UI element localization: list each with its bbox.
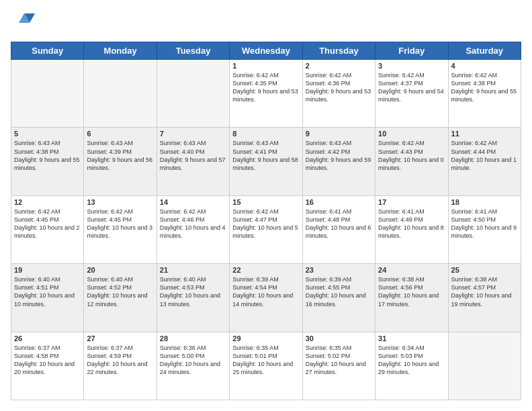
table-row: 24Sunrise: 6:38 AM Sunset: 4:56 PM Dayli… [375, 264, 448, 332]
calendar-week-row: 19Sunrise: 6:40 AM Sunset: 4:51 PM Dayli… [11, 264, 521, 332]
day-number: 31 [378, 334, 445, 342]
day-info: Sunrise: 6:41 AM Sunset: 4:49 PM Dayligh… [378, 208, 445, 240]
table-row: 10Sunrise: 6:42 AM Sunset: 4:43 PM Dayli… [375, 128, 448, 195]
day-number: 6 [87, 130, 153, 138]
day-info: Sunrise: 6:42 AM Sunset: 4:45 PM Dayligh… [87, 208, 153, 240]
table-row [84, 60, 157, 128]
header-thursday: Thursday [302, 42, 375, 60]
day-number: 23 [306, 266, 372, 274]
table-row: 2Sunrise: 6:42 AM Sunset: 4:36 PM Daylig… [302, 60, 375, 128]
day-number: 22 [232, 266, 299, 274]
day-number: 26 [14, 334, 81, 342]
day-info: Sunrise: 6:37 AM Sunset: 4:59 PM Dayligh… [87, 344, 153, 377]
day-number: 1 [232, 62, 299, 70]
calendar-week-row: 26Sunrise: 6:37 AM Sunset: 4:58 PM Dayli… [11, 332, 521, 400]
day-info: Sunrise: 6:36 AM Sunset: 5:00 PM Dayligh… [160, 344, 226, 377]
table-row: 21Sunrise: 6:40 AM Sunset: 4:53 PM Dayli… [157, 264, 229, 332]
day-info: Sunrise: 6:38 AM Sunset: 4:57 PM Dayligh… [451, 275, 518, 308]
day-info: Sunrise: 6:40 AM Sunset: 4:51 PM Dayligh… [14, 275, 81, 308]
calendar-week-row: 12Sunrise: 6:42 AM Sunset: 4:45 PM Dayli… [11, 195, 521, 263]
table-row [448, 332, 521, 400]
day-info: Sunrise: 6:42 AM Sunset: 4:38 PM Dayligh… [451, 71, 518, 104]
day-info: Sunrise: 6:35 AM Sunset: 5:01 PM Dayligh… [232, 344, 299, 377]
table-row: 1Sunrise: 6:42 AM Sunset: 4:35 PM Daylig… [230, 60, 302, 128]
day-info: Sunrise: 6:42 AM Sunset: 4:36 PM Dayligh… [306, 71, 372, 104]
day-info: Sunrise: 6:43 AM Sunset: 4:42 PM Dayligh… [306, 139, 372, 172]
calendar-table: Sunday Monday Tuesday Wednesday Thursday… [11, 42, 521, 400]
day-info: Sunrise: 6:39 AM Sunset: 4:55 PM Dayligh… [306, 275, 372, 308]
logo-icon [11, 11, 35, 35]
day-info: Sunrise: 6:42 AM Sunset: 4:37 PM Dayligh… [378, 71, 445, 104]
table-row: 16Sunrise: 6:41 AM Sunset: 4:48 PM Dayli… [302, 195, 375, 263]
table-row: 30Sunrise: 6:35 AM Sunset: 5:02 PM Dayli… [302, 332, 375, 400]
day-info: Sunrise: 6:42 AM Sunset: 4:45 PM Dayligh… [14, 208, 81, 240]
day-number: 11 [451, 130, 518, 138]
table-row [11, 60, 84, 128]
table-row: 15Sunrise: 6:42 AM Sunset: 4:47 PM Dayli… [230, 195, 302, 263]
day-info: Sunrise: 6:42 AM Sunset: 4:47 PM Dayligh… [232, 208, 299, 240]
table-row: 17Sunrise: 6:41 AM Sunset: 4:49 PM Dayli… [375, 195, 448, 263]
table-row: 4Sunrise: 6:42 AM Sunset: 4:38 PM Daylig… [448, 60, 521, 128]
page: Sunday Monday Tuesday Wednesday Thursday… [0, 0, 532, 411]
day-number: 10 [378, 130, 445, 138]
header-monday: Monday [84, 42, 157, 60]
day-info: Sunrise: 6:34 AM Sunset: 5:03 PM Dayligh… [378, 344, 445, 377]
table-row: 3Sunrise: 6:42 AM Sunset: 4:37 PM Daylig… [375, 60, 448, 128]
table-row: 12Sunrise: 6:42 AM Sunset: 4:45 PM Dayli… [11, 195, 84, 263]
header-saturday: Saturday [448, 42, 521, 60]
day-number: 21 [160, 266, 226, 274]
day-number: 20 [87, 266, 153, 274]
table-row: 26Sunrise: 6:37 AM Sunset: 4:58 PM Dayli… [11, 332, 84, 400]
day-number: 17 [378, 198, 445, 206]
day-number: 24 [378, 266, 445, 274]
calendar-week-row: 5Sunrise: 6:43 AM Sunset: 4:38 PM Daylig… [11, 128, 521, 195]
day-number: 29 [232, 334, 299, 342]
day-info: Sunrise: 6:40 AM Sunset: 4:53 PM Dayligh… [160, 275, 226, 308]
header-tuesday: Tuesday [157, 42, 229, 60]
table-row: 20Sunrise: 6:40 AM Sunset: 4:52 PM Dayli… [84, 264, 157, 332]
day-number: 14 [160, 198, 226, 206]
day-info: Sunrise: 6:43 AM Sunset: 4:40 PM Dayligh… [160, 139, 226, 172]
table-row: 23Sunrise: 6:39 AM Sunset: 4:55 PM Dayli… [302, 264, 375, 332]
day-info: Sunrise: 6:37 AM Sunset: 4:58 PM Dayligh… [14, 344, 81, 377]
day-info: Sunrise: 6:43 AM Sunset: 4:39 PM Dayligh… [87, 139, 153, 172]
table-row: 7Sunrise: 6:43 AM Sunset: 4:40 PM Daylig… [157, 128, 229, 195]
day-number: 5 [14, 130, 81, 138]
table-row: 11Sunrise: 6:42 AM Sunset: 4:44 PM Dayli… [448, 128, 521, 195]
header-sunday: Sunday [11, 42, 84, 60]
day-number: 7 [160, 130, 226, 138]
day-info: Sunrise: 6:43 AM Sunset: 4:38 PM Dayligh… [14, 139, 81, 172]
day-info: Sunrise: 6:35 AM Sunset: 5:02 PM Dayligh… [306, 344, 372, 377]
weekday-header-row: Sunday Monday Tuesday Wednesday Thursday… [11, 42, 521, 60]
day-number: 3 [378, 62, 445, 70]
day-number: 18 [451, 198, 518, 206]
day-number: 30 [306, 334, 372, 342]
table-row: 9Sunrise: 6:43 AM Sunset: 4:42 PM Daylig… [302, 128, 375, 195]
day-number: 9 [306, 130, 372, 138]
day-number: 8 [232, 130, 299, 138]
day-info: Sunrise: 6:38 AM Sunset: 4:56 PM Dayligh… [378, 275, 445, 308]
table-row: 28Sunrise: 6:36 AM Sunset: 5:00 PM Dayli… [157, 332, 229, 400]
day-number: 25 [451, 266, 518, 274]
day-number: 4 [451, 62, 518, 70]
day-info: Sunrise: 6:43 AM Sunset: 4:41 PM Dayligh… [232, 139, 299, 172]
table-row: 8Sunrise: 6:43 AM Sunset: 4:41 PM Daylig… [230, 128, 302, 195]
table-row: 29Sunrise: 6:35 AM Sunset: 5:01 PM Dayli… [230, 332, 302, 400]
header [11, 11, 521, 35]
table-row: 27Sunrise: 6:37 AM Sunset: 4:59 PM Dayli… [84, 332, 157, 400]
day-info: Sunrise: 6:42 AM Sunset: 4:43 PM Dayligh… [378, 139, 445, 172]
day-number: 12 [14, 198, 81, 206]
day-info: Sunrise: 6:39 AM Sunset: 4:54 PM Dayligh… [232, 275, 299, 308]
table-row: 13Sunrise: 6:42 AM Sunset: 4:45 PM Dayli… [84, 195, 157, 263]
table-row: 25Sunrise: 6:38 AM Sunset: 4:57 PM Dayli… [448, 264, 521, 332]
table-row: 5Sunrise: 6:43 AM Sunset: 4:38 PM Daylig… [11, 128, 84, 195]
day-number: 15 [232, 198, 299, 206]
table-row: 14Sunrise: 6:42 AM Sunset: 4:46 PM Dayli… [157, 195, 229, 263]
table-row: 19Sunrise: 6:40 AM Sunset: 4:51 PM Dayli… [11, 264, 84, 332]
day-info: Sunrise: 6:41 AM Sunset: 4:50 PM Dayligh… [451, 208, 518, 240]
day-number: 16 [306, 198, 372, 206]
day-info: Sunrise: 6:40 AM Sunset: 4:52 PM Dayligh… [87, 275, 153, 308]
table-row: 6Sunrise: 6:43 AM Sunset: 4:39 PM Daylig… [84, 128, 157, 195]
day-info: Sunrise: 6:41 AM Sunset: 4:48 PM Dayligh… [306, 208, 372, 240]
day-info: Sunrise: 6:42 AM Sunset: 4:44 PM Dayligh… [451, 139, 518, 172]
